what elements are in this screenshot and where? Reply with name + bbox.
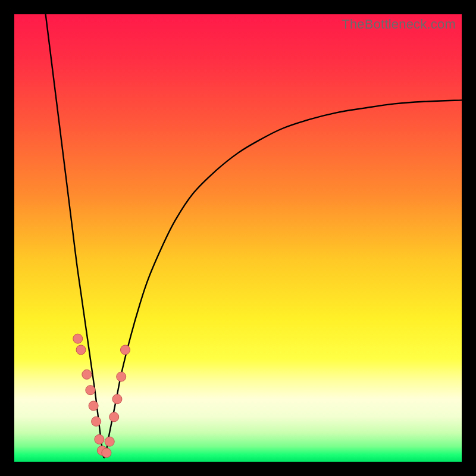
marker-group bbox=[73, 334, 130, 458]
data-marker bbox=[121, 345, 130, 355]
data-marker bbox=[76, 345, 86, 355]
data-marker bbox=[86, 386, 95, 395]
data-marker bbox=[95, 434, 104, 444]
data-marker bbox=[73, 334, 83, 343]
data-marker bbox=[109, 412, 119, 422]
outer-frame: TheBottleneck.com bbox=[0, 0, 476, 476]
data-marker bbox=[112, 394, 122, 404]
data-marker bbox=[82, 369, 92, 379]
data-marker bbox=[92, 416, 101, 426]
data-marker bbox=[117, 372, 126, 381]
bottleneck-curve bbox=[46, 14, 462, 458]
plot-area: TheBottleneck.com bbox=[14, 14, 462, 462]
watermark-text: TheBottleneck.com bbox=[342, 17, 456, 32]
data-marker bbox=[102, 448, 111, 458]
data-marker bbox=[89, 401, 98, 411]
data-marker bbox=[105, 437, 114, 446]
curve-layer bbox=[14, 14, 462, 462]
